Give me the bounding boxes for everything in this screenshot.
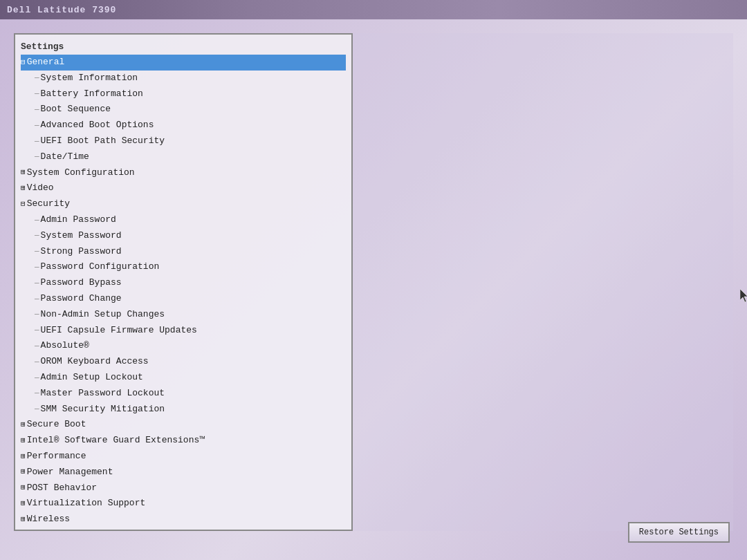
line-icon-non-admin-setup-changes: —: [35, 308, 39, 321]
line-icon-date-time: —: [35, 151, 39, 163]
tree-label-power-management: Power Management: [27, 465, 113, 480]
tree-label-orom-keyboard-access: OROM Keyboard Access: [41, 355, 149, 369]
line-icon-system-information: —: [35, 72, 39, 84]
expand-icon-performance: ⊞: [21, 451, 26, 463]
tree-label-non-admin-setup-changes: Non-Admin Setup Changes: [41, 308, 165, 322]
tree-label-system-configuration: System Configuration: [27, 166, 135, 180]
tree-label-video: Video: [27, 181, 54, 196]
line-icon-absolute: —: [35, 340, 39, 353]
tree-label-date-time: Date/Time: [41, 150, 89, 165]
tree-item-battery-information[interactable]: —Battery Information: [21, 86, 346, 102]
tree-label-intel-software-guard: Intel® Software Guard Extensions™: [27, 433, 205, 448]
tree-item-date-time[interactable]: —Date/Time: [21, 149, 346, 165]
tree-item-uefi-capsule-firmware-updates[interactable]: —UEFI Capsule Firmware Updates: [21, 323, 346, 339]
expand-icon-virtualization-support: ⊞: [21, 498, 26, 510]
line-icon-uefi-capsule-firmware-updates: —: [35, 324, 39, 337]
title-bar-text: Dell Latitude 7390: [7, 5, 116, 15]
tree-label-security: Security: [27, 197, 70, 212]
tree-item-virtualization-support[interactable]: ⊞Virtualization Support: [21, 496, 346, 512]
tree-label-absolute: Absolute®: [41, 339, 89, 353]
expand-icon-system-configuration: ⊞: [21, 167, 26, 179]
tree-label-post-behavior: POST Behavior: [27, 481, 97, 496]
tree-item-smm-security-mitigation[interactable]: —SMM Security Mitigation: [21, 402, 346, 418]
tree-item-system-configuration[interactable]: ⊞System Configuration: [21, 165, 346, 181]
line-icon-admin-setup-lockout: —: [35, 372, 39, 384]
tree-item-password-change[interactable]: —Password Change: [21, 291, 346, 307]
line-icon-orom-keyboard-access: —: [35, 356, 39, 368]
tree-label-password-bypass: Password Bypass: [41, 276, 122, 290]
tree-label-strong-password: Strong Password: [41, 245, 122, 259]
tree-label-general: General: [27, 55, 65, 70]
tree-item-orom-keyboard-access[interactable]: —OROM Keyboard Access: [21, 354, 346, 370]
tree-label-system-information: System Information: [41, 71, 138, 86]
expand-icon-maintenance: ⊞: [21, 530, 26, 532]
line-icon-boot-sequence: —: [35, 104, 39, 116]
expand-icon-power-management: ⊞: [21, 466, 26, 478]
tree-label-password-configuration: Password Configuration: [41, 260, 160, 274]
settings-label: Settings: [21, 41, 346, 52]
tree-item-password-configuration[interactable]: —Password Configuration: [21, 259, 346, 275]
line-icon-admin-password: —: [35, 214, 39, 227]
tree-label-advanced-boot-options: Advanced Boot Options: [41, 118, 154, 133]
line-icon-advanced-boot-options: —: [35, 120, 39, 132]
tree-label-wireless: Wireless: [27, 512, 70, 527]
right-panel: [353, 33, 733, 531]
tree-item-absolute[interactable]: —Absolute®: [21, 338, 346, 354]
line-icon-smm-security-mitigation: —: [35, 403, 39, 416]
expand-icon-wireless: ⊞: [21, 514, 26, 526]
tree-label-password-change: Password Change: [41, 292, 122, 306]
collapse-icon-general: ⊟: [21, 57, 26, 69]
line-icon-master-password-lockout: —: [35, 387, 39, 400]
tree-item-boot-sequence[interactable]: —Boot Sequence: [21, 102, 346, 118]
tree-item-general[interactable]: ⊟General: [21, 55, 346, 71]
title-bar: Dell Latitude 7390: [0, 0, 747, 19]
tree-item-performance[interactable]: ⊞Performance: [21, 449, 346, 465]
line-icon-battery-information: —: [35, 88, 39, 100]
tree-item-video[interactable]: ⊞Video: [21, 180, 346, 196]
line-icon-strong-password: —: [35, 245, 39, 258]
tree-item-post-behavior[interactable]: ⊞POST Behavior: [21, 480, 346, 496]
cursor-indicator: [740, 289, 747, 301]
expand-icon-secure-boot: ⊞: [21, 419, 26, 431]
tree-label-system-password: System Password: [41, 229, 122, 243]
tree-item-system-information[interactable]: —System Information: [21, 71, 346, 86]
tree-item-wireless[interactable]: ⊞Wireless: [21, 512, 346, 528]
tree-label-uefi-capsule-firmware-updates: UEFI Capsule Firmware Updates: [41, 324, 197, 338]
tree-item-advanced-boot-options[interactable]: —Advanced Boot Options: [21, 118, 346, 133]
tree-item-admin-setup-lockout[interactable]: —Admin Setup Lockout: [21, 370, 346, 386]
tree-item-power-management[interactable]: ⊞Power Management: [21, 465, 346, 480]
tree-item-security[interactable]: ⊟Security: [21, 196, 346, 212]
tree-item-non-admin-setup-changes[interactable]: —Non-Admin Setup Changes: [21, 307, 346, 323]
tree-item-system-password[interactable]: —System Password: [21, 228, 346, 244]
tree-item-password-bypass[interactable]: —Password Bypass: [21, 275, 346, 291]
tree-item-maintenance[interactable]: ⊞Maintenance: [21, 528, 346, 531]
expand-icon-intel-software-guard: ⊞: [21, 435, 26, 447]
tree-label-master-password-lockout: Master Password Lockout: [41, 386, 165, 401]
tree-item-intel-software-guard[interactable]: ⊞Intel® Software Guard Extensions™: [21, 433, 346, 449]
collapse-icon-security: ⊟: [21, 198, 26, 211]
tree-item-admin-password[interactable]: —Admin Password: [21, 212, 346, 228]
main-area: Settings ⊟General—System Information—Bat…: [0, 19, 747, 560]
svg-marker-0: [740, 289, 747, 302]
tree-label-admin-setup-lockout: Admin Setup Lockout: [41, 371, 143, 385]
line-icon-password-change: —: [35, 293, 39, 306]
tree-item-master-password-lockout[interactable]: —Master Password Lockout: [21, 386, 346, 402]
tree-label-uefi-boot-path-security: UEFI Boot Path Security: [41, 134, 165, 149]
line-icon-password-bypass: —: [35, 277, 39, 290]
tree-label-virtualization-support: Virtualization Support: [27, 496, 146, 511]
left-panel: Settings ⊟General—System Information—Bat…: [14, 33, 353, 531]
tree-label-admin-password: Admin Password: [41, 213, 116, 227]
line-icon-uefi-boot-path-security: —: [35, 136, 39, 148]
tree-label-maintenance: Maintenance: [27, 528, 86, 531]
restore-settings-button[interactable]: Restore Settings: [628, 522, 730, 543]
tree-item-strong-password[interactable]: —Strong Password: [21, 244, 346, 260]
tree-label-performance: Performance: [27, 449, 86, 464]
expand-icon-video: ⊞: [21, 183, 26, 195]
line-icon-system-password: —: [35, 230, 39, 242]
tree-item-uefi-boot-path-security[interactable]: —UEFI Boot Path Security: [21, 133, 346, 149]
tree-item-secure-boot[interactable]: ⊞Secure Boot: [21, 417, 346, 433]
tree-label-boot-sequence: Boot Sequence: [41, 102, 111, 117]
tree-container: ⊟General—System Information—Battery Info…: [21, 55, 346, 531]
line-icon-password-configuration: —: [35, 261, 39, 274]
tree-label-secure-boot: Secure Boot: [27, 418, 86, 432]
